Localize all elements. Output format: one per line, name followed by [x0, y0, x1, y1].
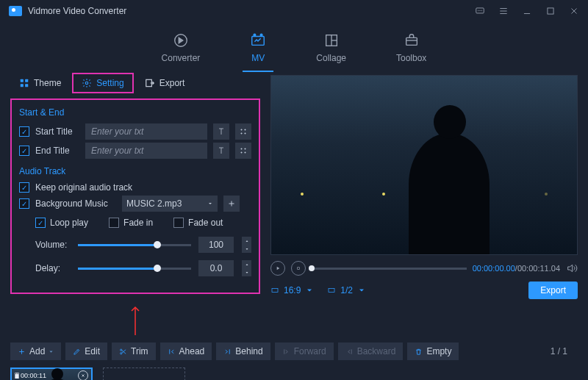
svg-point-14: [261, 34, 263, 36]
video-preview: [270, 75, 578, 255]
settings-panel: Start & End Start Title End Title Audio …: [10, 98, 260, 294]
audio-track-heading: Audio Track: [19, 166, 251, 176]
start-title-checkbox[interactable]: [19, 126, 29, 137]
clip-close-button[interactable]: [78, 370, 88, 380]
end-title-font-button[interactable]: [213, 143, 229, 159]
svg-point-27: [245, 129, 246, 131]
volume-down-button[interactable]: [242, 245, 251, 253]
svg-rect-38: [272, 289, 278, 293]
trim-button[interactable]: Trim: [112, 343, 156, 360]
svg-point-3: [481, 10, 482, 11]
delay-up-button[interactable]: [242, 260, 251, 268]
loop-checkbox[interactable]: [35, 218, 46, 228]
bgm-add-button[interactable]: [223, 196, 240, 212]
svg-point-2: [480, 10, 481, 11]
play-button[interactable]: [270, 261, 285, 276]
chat-icon[interactable]: [475, 6, 485, 16]
bgm-label: Background Music: [35, 198, 116, 209]
svg-rect-39: [329, 289, 334, 293]
svg-point-24: [86, 82, 89, 85]
volume-icon[interactable]: [566, 262, 578, 274]
app-title: Vidmore Video Converter: [28, 6, 126, 16]
svg-rect-22: [21, 84, 24, 87]
seek-slider[interactable]: [312, 268, 467, 270]
scale-button[interactable]: 1/2: [327, 285, 366, 295]
app-logo-icon: [9, 6, 22, 16]
svg-rect-49: [15, 373, 16, 374]
edit-button[interactable]: Edit: [65, 343, 107, 360]
svg-rect-37: [298, 268, 300, 270]
page-counter: 1 / 1: [551, 346, 578, 356]
keep-original-label: Keep original audio track: [35, 182, 132, 193]
volume-up-button[interactable]: [242, 237, 251, 245]
export-button[interactable]: Export: [528, 282, 578, 299]
subtab-setting[interactable]: Setting: [73, 74, 132, 93]
volume-label: Volume:: [35, 240, 71, 250]
fadeout-checkbox[interactable]: [173, 218, 184, 228]
tab-collage[interactable]: Collage: [309, 28, 354, 72]
ahead-button[interactable]: Ahead: [160, 343, 212, 360]
time-display: 00:00:00.00/00:00:11.04: [473, 264, 560, 273]
delay-value[interactable]: 0.0: [198, 260, 234, 276]
subtab-theme[interactable]: Theme: [10, 74, 70, 93]
start-title-label: Start Title: [35, 126, 79, 137]
subtab-export[interactable]: Export: [136, 74, 194, 93]
delay-slider[interactable]: [78, 268, 191, 270]
keep-original-checkbox[interactable]: [19, 182, 29, 193]
clip-thumbnail[interactable]: 00:00:11: [10, 368, 93, 380]
empty-button[interactable]: Empty: [407, 343, 459, 360]
aspect-button[interactable]: 16:9: [270, 285, 314, 295]
tab-mv[interactable]: MV: [243, 28, 273, 72]
svg-point-33: [245, 152, 246, 154]
svg-rect-21: [25, 79, 28, 82]
start-end-heading: Start & End: [19, 107, 251, 118]
close-icon[interactable]: [569, 6, 579, 16]
main-tabs: Converter MV Collage Toolbox: [0, 22, 588, 72]
delay-down-button[interactable]: [242, 268, 251, 276]
forward-button[interactable]: Forward: [275, 343, 334, 360]
start-title-grid-button[interactable]: [235, 123, 251, 140]
add-button[interactable]: Add: [10, 343, 61, 360]
backward-button[interactable]: Backward: [338, 343, 404, 360]
svg-point-26: [241, 129, 243, 131]
tab-toolbox[interactable]: Toolbox: [389, 28, 434, 72]
tab-converter[interactable]: Converter: [154, 28, 208, 72]
bgm-checkbox[interactable]: [19, 198, 29, 209]
titlebar: Vidmore Video Converter: [0, 0, 588, 22]
svg-point-30: [241, 148, 243, 150]
maximize-icon[interactable]: [545, 6, 556, 16]
end-title-label: End Title: [35, 146, 79, 156]
svg-point-31: [245, 148, 246, 150]
delay-label: Delay:: [35, 263, 71, 273]
menu-icon[interactable]: [498, 6, 509, 16]
annotation-arrow-icon: [10, 304, 260, 335]
svg-point-32: [241, 152, 243, 154]
svg-rect-8: [548, 8, 553, 14]
volume-value[interactable]: 100: [198, 237, 234, 253]
svg-point-29: [245, 133, 246, 135]
start-title-font-button[interactable]: [213, 123, 229, 140]
minimize-icon[interactable]: [522, 6, 532, 16]
svg-point-28: [241, 133, 243, 135]
bgm-select[interactable]: MUSIC 2.mp3: [122, 196, 218, 212]
svg-rect-23: [25, 84, 28, 87]
volume-slider[interactable]: [78, 244, 191, 246]
end-title-input[interactable]: [85, 143, 207, 159]
svg-rect-20: [21, 79, 24, 82]
svg-rect-18: [406, 37, 417, 45]
end-title-checkbox[interactable]: [19, 146, 29, 156]
start-title-input[interactable]: [85, 123, 207, 140]
svg-point-13: [254, 34, 256, 36]
add-clip-button[interactable]: [103, 368, 185, 380]
stop-button[interactable]: [291, 261, 306, 276]
fadein-checkbox[interactable]: [109, 218, 119, 228]
behind-button[interactable]: Behind: [216, 343, 270, 360]
svg-point-1: [478, 10, 478, 11]
end-title-grid-button[interactable]: [235, 143, 251, 159]
svg-rect-50: [18, 373, 18, 374]
